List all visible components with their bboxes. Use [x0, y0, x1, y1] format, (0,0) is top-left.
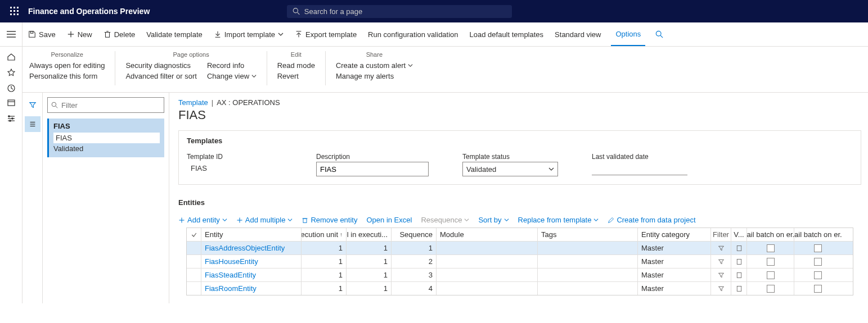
- create-from-data-project-button[interactable]: Create from data project: [608, 216, 695, 224]
- breadcrumb-template-link[interactable]: Template: [178, 98, 208, 107]
- change-view-link[interactable]: Change view: [207, 72, 257, 80]
- resequence-button[interactable]: Resequence: [421, 216, 469, 224]
- table-row[interactable]: FiasAddressObjectEntity111Master: [187, 242, 853, 255]
- entity-link[interactable]: FiasAddressObjectEntity: [201, 242, 302, 254]
- col-level[interactable]: Level in executi...: [347, 228, 392, 241]
- fail1-checkbox[interactable]: [747, 242, 794, 254]
- side-card[interactable]: FIAS FIAS Validated: [47, 119, 164, 157]
- left-nav-rail-lower: [0, 93, 23, 303]
- run-config-validation-button[interactable]: Run configuration validation: [367, 28, 459, 41]
- always-open-editing-link[interactable]: Always open for editing: [29, 61, 105, 70]
- clock-icon[interactable]: [7, 84, 16, 93]
- row-selector[interactable]: [187, 269, 201, 281]
- fail2-checkbox[interactable]: [794, 255, 842, 268]
- svg-rect-47: [737, 259, 741, 264]
- module-cell: [437, 255, 538, 268]
- options-tab[interactable]: Options: [611, 22, 645, 46]
- chevron-down-icon: [593, 217, 599, 222]
- fail2-checkbox[interactable]: [794, 269, 842, 281]
- settings-list-icon[interactable]: [7, 114, 16, 123]
- col-category[interactable]: Entity category: [638, 228, 711, 241]
- entity-link[interactable]: FiasRoomEntity: [201, 282, 302, 295]
- save-button[interactable]: Save: [27, 28, 57, 41]
- home-icon[interactable]: [7, 52, 16, 61]
- col-fail1[interactable]: Fail batch on er...: [747, 228, 794, 241]
- entity-link[interactable]: FiasSteadEntity: [201, 269, 302, 281]
- row-view-button[interactable]: [731, 282, 747, 295]
- replace-from-template-button[interactable]: Replace from template: [518, 216, 599, 224]
- find-button[interactable]: [654, 28, 664, 40]
- add-entity-button[interactable]: Add entity: [178, 216, 227, 224]
- col-v[interactable]: V...: [731, 228, 747, 241]
- side-filter-input[interactable]: [47, 97, 164, 113]
- row-view-button[interactable]: [731, 255, 747, 268]
- funnel-icon: [718, 272, 725, 279]
- read-mode-link[interactable]: Read mode: [277, 61, 315, 70]
- fail1-checkbox[interactable]: [747, 269, 794, 281]
- last-validated-date-value[interactable]: [592, 162, 687, 175]
- col-execution-unit[interactable]: Execution unit↑: [302, 228, 347, 241]
- col-filter[interactable]: Filter: [711, 228, 731, 241]
- personalize-form-link[interactable]: Personalize this form: [29, 72, 105, 80]
- table-row[interactable]: FiasHouseEntity112Master: [187, 255, 853, 269]
- manage-alerts-link[interactable]: Manage my alerts: [336, 72, 413, 80]
- standard-view-button[interactable]: Standard view: [554, 28, 602, 41]
- table-row[interactable]: FiasRoomEntity114Master: [187, 282, 853, 295]
- export-template-button[interactable]: Export template: [294, 28, 358, 41]
- hamburger-icon[interactable]: [0, 22, 23, 46]
- global-search-input[interactable]: [304, 7, 506, 16]
- fail1-checkbox[interactable]: [747, 255, 794, 268]
- record-info-link[interactable]: Record info: [207, 61, 257, 70]
- description-input[interactable]: [316, 162, 429, 176]
- entity-link[interactable]: FiasHouseEntity: [201, 255, 302, 268]
- import-template-button[interactable]: Import template: [213, 28, 285, 41]
- app-launcher-icon[interactable]: [6, 7, 24, 16]
- row-view-button[interactable]: [731, 242, 747, 254]
- global-search[interactable]: [287, 5, 512, 18]
- col-tags[interactable]: Tags: [538, 228, 638, 241]
- template-id-value[interactable]: FIAS: [187, 162, 282, 175]
- row-filter-button[interactable]: [711, 255, 731, 268]
- panel-icon[interactable]: [7, 98, 16, 107]
- svg-rect-1: [14, 7, 15, 8]
- remove-entity-button[interactable]: Remove entity: [302, 216, 357, 224]
- side-panel-toolbar: [23, 93, 43, 303]
- validate-template-button[interactable]: Validate template: [145, 28, 204, 41]
- sort-by-button[interactable]: Sort by: [478, 216, 509, 224]
- delete-button[interactable]: Delete: [102, 28, 137, 41]
- star-icon[interactable]: [7, 68, 16, 77]
- category-cell: Master: [638, 255, 711, 268]
- fail2-checkbox[interactable]: [794, 282, 842, 295]
- document-icon: [736, 258, 743, 265]
- row-selector[interactable]: [187, 242, 201, 254]
- row-filter-button[interactable]: [711, 282, 731, 295]
- open-in-excel-button[interactable]: Open in Excel: [366, 216, 412, 224]
- fail2-checkbox[interactable]: [794, 242, 842, 254]
- level-cell: 1: [347, 242, 392, 254]
- col-fail2[interactable]: Fail batch on er...: [794, 228, 842, 241]
- new-button[interactable]: New: [66, 28, 93, 41]
- add-multiple-button[interactable]: Add multiple: [236, 216, 293, 224]
- list-pane-toggle[interactable]: [25, 116, 41, 132]
- load-default-templates-button[interactable]: Load default templates: [469, 28, 545, 41]
- col-sequence[interactable]: Sequence: [392, 228, 437, 241]
- chevron-down-icon: [548, 166, 554, 172]
- col-select-all[interactable]: [187, 228, 201, 241]
- table-row[interactable]: FiasSteadEntity113Master: [187, 269, 853, 282]
- revert-link[interactable]: Revert: [277, 72, 315, 80]
- col-entity[interactable]: Entity: [201, 228, 302, 241]
- row-view-button[interactable]: [731, 269, 747, 281]
- filter-pane-toggle[interactable]: [25, 97, 41, 113]
- row-filter-button[interactable]: [711, 269, 731, 281]
- side-card-sub2: Validated: [53, 144, 160, 153]
- fail1-checkbox[interactable]: [747, 282, 794, 295]
- advanced-filter-link[interactable]: Advanced filter or sort: [125, 72, 196, 80]
- security-diagnostics-link[interactable]: Security diagnostics: [125, 61, 196, 70]
- create-custom-alert-link[interactable]: Create a custom alert: [336, 61, 413, 70]
- row-selector[interactable]: [187, 282, 201, 295]
- template-status-select[interactable]: Validated: [462, 162, 558, 176]
- level-cell: 1: [347, 282, 392, 295]
- col-module[interactable]: Module: [437, 228, 538, 241]
- row-selector[interactable]: [187, 255, 201, 268]
- row-filter-button[interactable]: [711, 242, 731, 254]
